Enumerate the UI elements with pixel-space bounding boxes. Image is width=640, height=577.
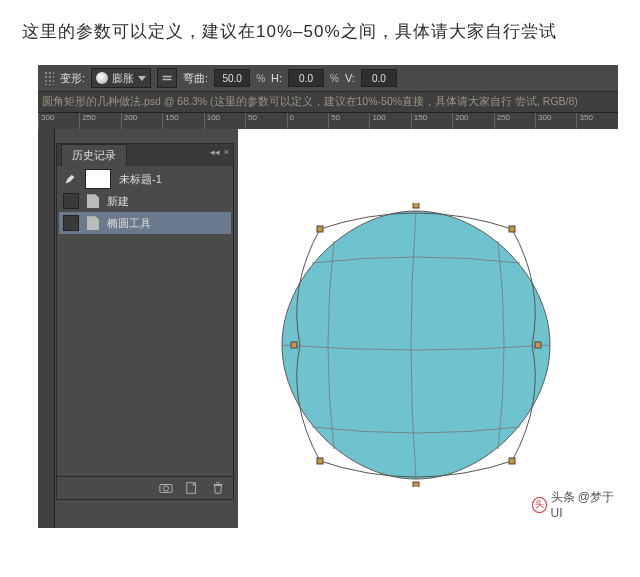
svg-rect-10 xyxy=(291,342,297,348)
left-column: 历史记录 ◂◂ × 未标题-1 新建 xyxy=(38,129,238,528)
snapshot-label: 未标题-1 xyxy=(119,172,162,187)
ellipse-shape xyxy=(282,211,550,479)
chevron-down-icon xyxy=(138,76,146,81)
warp-transform-shape[interactable] xyxy=(274,203,558,487)
svg-rect-7 xyxy=(509,458,515,464)
trash-icon[interactable] xyxy=(211,481,225,495)
svg-rect-9 xyxy=(317,458,323,464)
camera-icon[interactable] xyxy=(159,481,173,495)
document-tab[interactable]: 圆角矩形的几种做法.psd @ 68.3% (这里的参数可以定义，建议在10%-… xyxy=(38,92,618,112)
history-step-new[interactable]: 新建 xyxy=(59,190,231,212)
pct-1: % xyxy=(256,73,265,84)
svg-rect-3 xyxy=(317,226,323,232)
v-label: V: xyxy=(345,72,355,84)
svg-rect-8 xyxy=(413,482,419,487)
new-snapshot-icon[interactable] xyxy=(185,481,199,495)
history-slot-icon xyxy=(63,193,79,209)
warp-label: 变形: xyxy=(60,71,85,86)
canvas[interactable] xyxy=(238,129,618,528)
ruler-vertical xyxy=(38,129,55,528)
bend-label: 弯曲: xyxy=(183,71,208,86)
document-icon xyxy=(87,194,99,208)
caption-text: 这里的参数可以定义，建议在10%–50%之间，具体请大家自行尝试 xyxy=(0,0,640,55)
ps-top-chrome: 变形: 膨胀 弯曲: 50.0 % H: 0.0 % V: 0.0 圆角矩形的几… xyxy=(38,65,618,129)
options-bar: 变形: 膨胀 弯曲: 50.0 % H: 0.0 % V: 0.0 xyxy=(38,65,618,92)
panel-footer xyxy=(57,476,233,499)
history-step-ellipse[interactable]: 椭圆工具 xyxy=(59,212,231,234)
svg-rect-4 xyxy=(413,203,419,208)
collapse-icon[interactable]: ◂◂ xyxy=(210,147,220,157)
grip-icon xyxy=(44,71,54,85)
screenshot-frame: 变形: 膨胀 弯曲: 50.0 % H: 0.0 % V: 0.0 圆角矩形的几… xyxy=(22,65,618,528)
panel-tabbar: 历史记录 ◂◂ × xyxy=(57,144,233,166)
svg-rect-5 xyxy=(509,226,515,232)
toutiao-logo-icon: 头 xyxy=(532,497,547,513)
svg-rect-6 xyxy=(535,342,541,348)
history-list: 未标题-1 新建 椭圆工具 xyxy=(57,166,233,236)
history-brush-icon xyxy=(63,172,77,186)
snapshot-thumb xyxy=(85,169,111,189)
warp-mode-icon xyxy=(96,72,108,84)
history-step-label: 椭圆工具 xyxy=(107,216,151,231)
source-handle: 头条 @梦于UI xyxy=(551,489,618,520)
orientation-button[interactable] xyxy=(157,68,177,88)
close-icon[interactable]: × xyxy=(224,147,229,157)
h-input[interactable]: 0.0 xyxy=(288,69,324,87)
panel-spacer xyxy=(57,236,233,476)
history-tab[interactable]: 历史记录 xyxy=(61,144,127,166)
h-label: H: xyxy=(271,72,282,84)
bend-input[interactable]: 50.0 xyxy=(214,69,250,87)
pct-2: % xyxy=(330,73,339,84)
v-input[interactable]: 0.0 xyxy=(361,69,397,87)
warp-mode-dropdown[interactable]: 膨胀 xyxy=(91,68,151,88)
history-panel: 历史记录 ◂◂ × 未标题-1 新建 xyxy=(56,143,234,500)
svg-point-1 xyxy=(163,486,168,491)
history-step-label: 新建 xyxy=(107,194,129,209)
warp-mode-value: 膨胀 xyxy=(112,71,134,86)
history-snapshot[interactable]: 未标题-1 xyxy=(59,168,231,190)
source-attribution: 头 头条 @梦于UI xyxy=(532,489,618,520)
document-icon xyxy=(87,216,99,230)
history-slot-icon xyxy=(63,215,79,231)
